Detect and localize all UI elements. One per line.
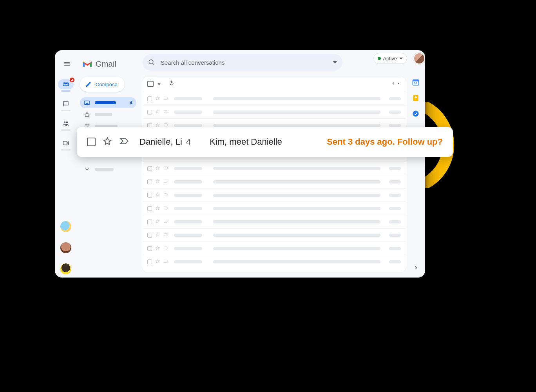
list-toolbar xyxy=(142,76,406,92)
app-rail: 4 xyxy=(55,77,77,278)
status-label: Active xyxy=(383,56,397,62)
sidebar-item-more[interactable] xyxy=(80,164,136,175)
mail-row[interactable] xyxy=(142,255,406,268)
chat-avatar-1[interactable] xyxy=(60,221,71,232)
hamburger-icon xyxy=(63,60,71,67)
mail-row[interactable] xyxy=(142,201,406,215)
rail-spaces[interactable] xyxy=(60,118,72,131)
rail-meet[interactable] xyxy=(60,138,72,151)
chat-icon xyxy=(62,100,69,107)
compose-label: Compose xyxy=(96,82,118,87)
select-all-checkbox[interactable] xyxy=(147,81,154,87)
folder-sidebar: Compose 4 xyxy=(77,74,139,177)
chevron-right-icon xyxy=(413,265,419,270)
mail-row[interactable] xyxy=(142,188,406,201)
thread-count: 4 xyxy=(186,137,191,147)
mail-row[interactable] xyxy=(142,92,406,105)
chat-avatar-2[interactable] xyxy=(60,242,71,253)
sidebar-item-starred[interactable] xyxy=(80,109,136,120)
keep-app-icon[interactable] xyxy=(412,94,420,102)
search-icon xyxy=(148,59,155,66)
important-icon xyxy=(119,136,129,146)
pencil-icon xyxy=(85,81,92,87)
mail-badge: 4 xyxy=(70,78,74,82)
spaces-icon xyxy=(62,120,69,127)
mail-row[interactable] xyxy=(142,228,406,241)
mail-row[interactable] xyxy=(142,105,406,118)
compose-button[interactable]: Compose xyxy=(80,77,125,92)
chevron-down-icon xyxy=(399,57,403,60)
row-star-button[interactable] xyxy=(103,136,112,147)
search-options-button[interactable] xyxy=(333,59,337,66)
mail-list-panel xyxy=(142,76,406,273)
prev-page-button[interactable] xyxy=(391,80,395,87)
next-page-button[interactable] xyxy=(396,80,401,87)
mail-row[interactable] xyxy=(142,175,406,188)
star-icon xyxy=(103,136,112,146)
svg-rect-2 xyxy=(63,142,67,145)
mail-row[interactable] xyxy=(142,241,406,255)
gmail-logo[interactable]: Gmail xyxy=(82,60,116,69)
row-important-button[interactable] xyxy=(119,136,129,148)
select-menu-button[interactable] xyxy=(158,80,161,87)
main-menu-button[interactable] xyxy=(60,57,74,71)
tasks-app-icon[interactable] xyxy=(412,110,420,118)
search-placeholder: Search all conversations xyxy=(161,59,225,66)
refresh-button[interactable] xyxy=(168,80,175,88)
chevron-down-icon xyxy=(84,166,90,172)
mail-row[interactable] xyxy=(142,215,406,228)
mail-row[interactable] xyxy=(142,162,406,175)
svg-text:31: 31 xyxy=(414,82,417,85)
brand-label: Gmail xyxy=(96,60,116,69)
svg-rect-5 xyxy=(413,80,419,81)
search-bar[interactable]: Search all conversations xyxy=(143,54,342,71)
inbox-icon xyxy=(84,100,90,106)
rail-mail[interactable]: 4 xyxy=(60,79,72,92)
mail-icon xyxy=(62,81,69,88)
presence-dot-icon xyxy=(378,57,381,60)
chat-avatar-3[interactable] xyxy=(60,263,71,274)
row-subject: Kim, meet Danielle xyxy=(210,137,282,147)
account-avatar[interactable] xyxy=(413,53,425,64)
calendar-app-icon[interactable]: 31 xyxy=(412,78,420,86)
sidebar-item-inbox[interactable]: 4 xyxy=(80,97,136,108)
pagination xyxy=(391,80,401,87)
row-checkbox[interactable] xyxy=(87,138,96,146)
svg-point-1 xyxy=(66,122,68,123)
highlighted-email-row[interactable]: Danielle, Li 4 Kim, meet Danielle Sent 3… xyxy=(77,127,453,157)
svg-point-8 xyxy=(415,96,417,98)
gmail-m-icon xyxy=(82,60,92,68)
gmail-window: Gmail Search all conversations Active 4 xyxy=(55,50,425,278)
mail-list xyxy=(142,92,406,268)
meet-icon xyxy=(62,140,69,147)
inbox-count: 4 xyxy=(130,100,132,105)
rail-chat[interactable] xyxy=(60,99,72,111)
side-apps: 31 xyxy=(406,78,425,118)
row-nudge[interactable]: Sent 3 days ago. Follow up? xyxy=(327,137,443,147)
row-senders: Danielle, Li 4 xyxy=(139,137,191,147)
svg-point-0 xyxy=(64,122,66,123)
star-icon xyxy=(84,111,90,118)
status-chip[interactable]: Active xyxy=(373,53,407,64)
side-panel-toggle[interactable] xyxy=(413,265,419,272)
